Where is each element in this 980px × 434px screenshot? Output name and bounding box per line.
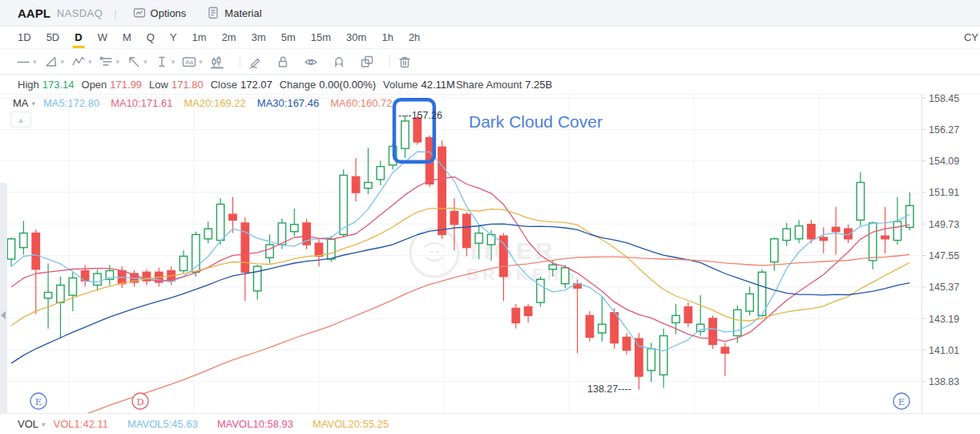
toolbar-separator [240, 55, 240, 68]
legend-item-ma5: MA5:172.80 [43, 97, 99, 109]
event-marker-d[interactable]: D [132, 393, 148, 409]
volume-legend-row: VOL ▾ VOL1:42.11MAVOL5:45.63MAVOL10:58.9… [0, 413, 980, 434]
ma-legend: MA ▾ MA5:172.80MA10:171.61MA20:169.22MA3… [13, 97, 404, 109]
trend-line-tool-button[interactable]: ▾ [44, 55, 72, 69]
price-axis-label: 147.55 [929, 250, 959, 262]
symbol-label: AAPL [18, 6, 50, 20]
trend-line-tool-caret[interactable]: ▾ [61, 58, 65, 66]
legend-item-ma30: MA30:167.46 [257, 97, 319, 109]
event-marker-e[interactable]: E [893, 393, 909, 409]
ohlc-info-bar: High173.14Open171.99Low171.80Close172.07… [0, 75, 980, 95]
line-tool-caret[interactable]: ▾ [33, 58, 37, 66]
price-chart[interactable]: 158.45156.27154.09151.91149.73147.55145.… [0, 95, 980, 413]
note-tool-button[interactable]: ▾ [99, 55, 127, 69]
timeframe-M[interactable]: M [123, 31, 131, 43]
legend-item-mavol5: MAVOL5:45.63 [127, 418, 198, 430]
magnet-tool-icon [332, 55, 346, 69]
timeframe-row: 1D5DDWMQY1m2m3m5m15m30m1h2hCY [0, 26, 980, 49]
wave-tool-button[interactable]: ▾ [71, 55, 99, 69]
lock-tool-button[interactable] [276, 55, 290, 69]
timeframe-1m[interactable]: 1m [192, 31, 207, 43]
price-axis-label: 156.27 [929, 124, 959, 136]
svg-text:D: D [136, 396, 143, 408]
timeframe-1h[interactable]: 1h [381, 31, 393, 43]
price-axis-label: 143.19 [929, 314, 959, 325]
timeframe-2h[interactable]: 2h [409, 31, 420, 43]
timeframe-Y[interactable]: Y [170, 31, 177, 43]
duplicate-tool-button[interactable] [360, 55, 374, 69]
options-icon [133, 6, 146, 19]
ma-legend-label: MA [13, 97, 29, 109]
ma-dropdown-caret[interactable]: ▾ [32, 99, 36, 107]
legend-item-ma10: MA10:171.61 [111, 97, 172, 109]
timeframe-2m[interactable]: 2m [222, 31, 236, 43]
svg-text:E: E [35, 396, 42, 408]
collapse-left-arrow-icon[interactable] [1, 311, 6, 319]
info-volume: Volume42.11M [383, 79, 462, 91]
arrow-tool-caret[interactable]: ▾ [143, 58, 147, 66]
arrow-tool-icon [127, 55, 141, 69]
timeframe-1D[interactable]: 1D [18, 31, 31, 43]
text-label-tool-caret[interactable]: ▾ [199, 58, 203, 66]
text-cursor-tool-caret[interactable]: ▾ [171, 58, 175, 66]
vol-legend-label: VOL [18, 418, 38, 430]
material-label: Material [224, 7, 261, 19]
chart-annotation: Dark Cloud Cover [469, 112, 603, 131]
event-marker-e[interactable]: E [30, 393, 46, 409]
legend-item-ma20: MA20:169.22 [183, 97, 245, 109]
delete-tool-icon [397, 55, 412, 69]
lock-tool-icon [276, 55, 290, 69]
price-axis-label: 149.73 [929, 219, 959, 230]
text-label-tool-icon: Aa [182, 55, 196, 69]
sidebar-collapse-strip [0, 183, 7, 434]
header-divider: | [114, 7, 116, 19]
timeframe-3m[interactable]: 3m [252, 31, 266, 43]
text-label-tool-button[interactable]: Aa▾ [182, 55, 210, 69]
info-low: Low171.80 [149, 79, 211, 91]
svg-text:E: E [898, 396, 905, 408]
note-tool-icon [99, 55, 114, 69]
options-button[interactable]: Options [133, 6, 187, 19]
svg-text:Aa: Aa [185, 59, 193, 66]
timeframe-D[interactable]: D [75, 31, 82, 43]
duplicate-tool-icon [360, 55, 374, 69]
line-tool-button[interactable]: ▾ [16, 55, 44, 69]
price-axis-label: 145.37 [929, 282, 959, 293]
timeframe-right-label[interactable]: CY [964, 31, 978, 43]
info-change: Change0.00(0.00%) [280, 79, 383, 91]
delete-tool-button[interactable] [397, 55, 412, 69]
wave-tool-icon [71, 55, 86, 69]
legend-item-mavol20: MAVOL20:55.25 [313, 418, 389, 430]
text-cursor-tool-icon [155, 55, 169, 69]
legend-item-mavol10: MAVOL10:58.93 [217, 418, 293, 430]
chart-style-tool-button[interactable] [210, 55, 224, 69]
timeframe-W[interactable]: W [98, 31, 107, 43]
material-button[interactable]: Material [207, 6, 261, 19]
visibility-tool-icon [304, 55, 318, 69]
text-cursor-tool-button[interactable]: ▾ [155, 55, 183, 69]
timeframe-Q[interactable]: Q [147, 31, 155, 43]
vol-dropdown-caret[interactable]: ▾ [42, 420, 46, 428]
brush-tool-button[interactable] [248, 55, 262, 69]
top-bar: AAPL NASDAQ | Options Material [0, 0, 980, 26]
legend-item-vol1: VOL1:42.11 [54, 418, 108, 430]
ma20-line [11, 209, 909, 326]
magnet-tool-button[interactable] [332, 55, 346, 69]
price-axis-label: 141.01 [929, 345, 959, 356]
price-axis-label: 158.45 [929, 95, 959, 104]
price-axis-label: 151.91 [929, 187, 959, 198]
drawing-toolbar: ▾▾▾▾▾▾Aa▾ [0, 49, 980, 75]
info-close: Close172.07 [211, 79, 280, 91]
timeframe-30m[interactable]: 30m [346, 31, 366, 43]
timeframe-15m[interactable]: 15m [311, 31, 331, 43]
timeframe-5m[interactable]: 5m [281, 31, 296, 43]
wave-tool-caret[interactable]: ▾ [88, 58, 92, 66]
price-axis-label: 138.83 [929, 376, 959, 387]
visibility-tool-button[interactable] [304, 55, 318, 69]
collapse-pane-button[interactable]: ▲ [10, 112, 31, 128]
chart-area: 158.45156.27154.09151.91149.73147.55145.… [0, 95, 980, 434]
arrow-tool-button[interactable]: ▾ [127, 55, 155, 69]
note-tool-caret[interactable]: ▾ [116, 58, 120, 66]
chart-style-tool-icon [210, 55, 224, 69]
timeframe-5D[interactable]: 5D [46, 31, 60, 43]
